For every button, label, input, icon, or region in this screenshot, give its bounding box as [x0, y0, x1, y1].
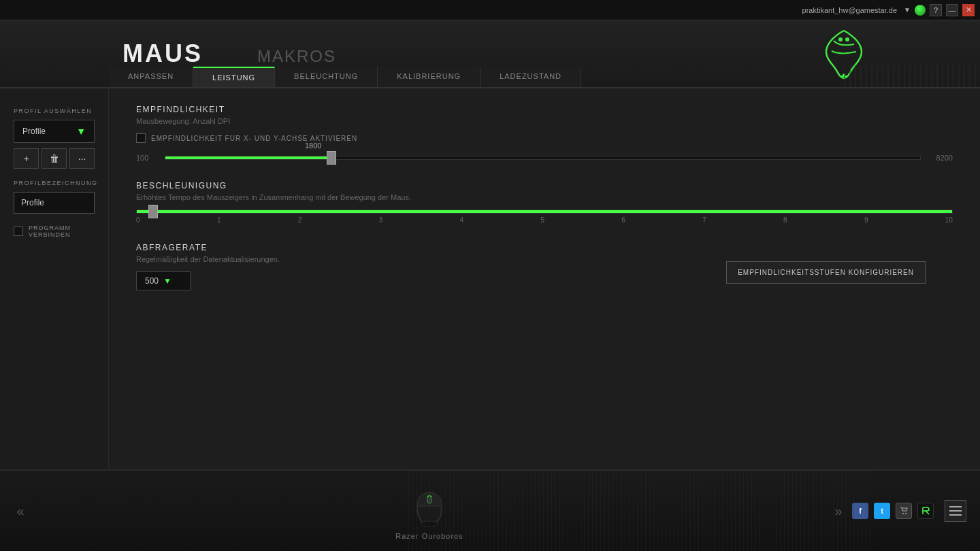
dpi-slider-container: 1800 100 8200	[136, 154, 953, 162]
acceleration-title: BESCHLEUNIGUNG	[136, 181, 953, 190]
dpi-max-label: 8200	[929, 154, 953, 162]
settings-content: EMPFINDLICHKEIT Mausbewegung: Anzahl DPI…	[109, 88, 980, 469]
add-profile-button[interactable]: +	[14, 148, 39, 169]
polling-rate-value: 500	[145, 276, 163, 286]
page-title: MAUS	[122, 39, 203, 68]
razer-site-icon[interactable]	[917, 503, 934, 519]
profile-name-input[interactable]	[14, 192, 95, 214]
acceleration-slider-thumb[interactable]	[148, 205, 158, 218]
header: MAUS MAKROS ANPASSEN LEISTUNG BELEUCHTUN…	[0, 20, 980, 88]
twitter-icon[interactable]: t	[874, 503, 890, 519]
sidebar: PROFIL AUSWÄHLEN Profile ▼ + 🗑 ··· PROFI…	[0, 88, 109, 469]
acceleration-slider-container: 0 1 2 3 4 5 6 7 8 9 10	[136, 210, 953, 224]
shop-icon[interactable]	[896, 503, 912, 519]
sensitivity-title: EMPFINDLICHKEIT	[136, 105, 953, 114]
configure-stages-button[interactable]: EMPFINDLICHKEITSSTUFEN KONFIGURIEREN	[726, 261, 926, 284]
xy-sensitivity-label: EMPFINDLICHKEIT FÜR X- UND Y-ACHSE AKTIV…	[151, 135, 357, 142]
acceleration-slider-track[interactable]	[136, 210, 953, 214]
program-connect-checkbox[interactable]	[14, 227, 23, 236]
sensitivity-section: EMPFINDLICHKEIT Mausbewegung: Anzahl DPI…	[136, 105, 953, 162]
profile-name-label: PROFILBEZEICHNUNG	[14, 180, 95, 186]
xy-sensitivity-checkbox[interactable]	[136, 133, 146, 143]
minimize-button[interactable]: —	[946, 4, 958, 16]
svg-point-10	[905, 513, 906, 514]
tab-beleuchtung[interactable]: BELEUCHTUNG	[275, 67, 378, 87]
green-status-dot	[915, 5, 926, 16]
acceleration-slider-fill	[137, 210, 952, 213]
sensitivity-subtitle: Mausbewegung: Anzahl DPI	[136, 117, 953, 125]
xy-sensitivity-row: EMPFINDLICHKEIT FÜR X- UND Y-ACHSE AKTIV…	[136, 133, 953, 143]
svg-point-1	[845, 37, 849, 41]
trash-icon: 🗑	[50, 153, 59, 164]
profile-action-buttons: + 🗑 ···	[14, 148, 95, 169]
help-button[interactable]: ?	[930, 4, 942, 16]
menu-button[interactable]	[945, 500, 966, 522]
tab-anpassen[interactable]: ANPASSEN	[109, 67, 193, 87]
svg-point-0	[838, 37, 843, 41]
acceleration-labels: 0 1 2 3 4 5 6 7 8 9 10	[136, 216, 953, 224]
polling-rate-dropdown[interactable]: 500 ▼	[136, 271, 191, 290]
close-button[interactable]: ✕	[962, 4, 975, 16]
polling-title: ABFRAGERATE	[136, 243, 953, 252]
bottom-bar: « Razer Ouroboros » f t	[0, 469, 980, 551]
titlebar: praktikant_hw@gamestar.de ▼ ? — ✕	[0, 0, 980, 20]
dropdown-arrow-icon[interactable]: ▼	[904, 6, 911, 14]
account-label: praktikant_hw@gamestar.de	[802, 6, 898, 14]
page-subtitle: MAKROS	[257, 47, 336, 66]
dpi-current-value: 1800	[305, 141, 321, 150]
acceleration-section: BESCHLEUNIGUNG Erhöhtes Tempo des Mausze…	[136, 181, 953, 224]
profile-dropdown[interactable]: Profile ▼	[14, 120, 95, 143]
dpi-slider-thumb[interactable]	[327, 151, 336, 165]
tab-leistung[interactable]: LEISTUNG	[193, 67, 275, 87]
program-connect-label: PROGRAMM VERBINDEN	[29, 224, 95, 238]
menu-line-3	[949, 514, 962, 516]
prev-device-button[interactable]: «	[7, 497, 34, 524]
main-content: PROFIL AUSWÄHLEN Profile ▼ + 🗑 ··· PROFI…	[0, 88, 980, 469]
tab-kalibrierung[interactable]: KALIBRIERUNG	[378, 67, 480, 87]
more-options-button[interactable]: ···	[69, 148, 95, 169]
profile-dropdown-value: Profile	[22, 127, 46, 136]
menu-line-1	[949, 506, 962, 507]
acceleration-subtitle: Erhöhtes Tempo des Mauszeigers in Zusamm…	[136, 193, 953, 201]
program-connect-row: PROGRAMM VERBINDEN	[14, 224, 95, 238]
nav-tabs: ANPASSEN LEISTUNG BELEUCHTUNG KALIBRIERU…	[109, 67, 980, 87]
dpi-slider-track[interactable]	[165, 156, 921, 160]
chevron-down-icon: ▼	[163, 276, 182, 286]
profile-select-label: PROFIL AUSWÄHLEN	[14, 107, 95, 114]
menu-line-2	[949, 510, 962, 512]
dpi-min-label: 100	[136, 154, 157, 162]
dpi-slider-fill	[165, 156, 331, 159]
chevron-down-icon: ▼	[76, 126, 86, 137]
delete-profile-button[interactable]: 🗑	[42, 148, 67, 169]
svg-point-9	[902, 513, 904, 514]
tab-ladezustand[interactable]: LADEZUSTAND	[480, 67, 581, 87]
